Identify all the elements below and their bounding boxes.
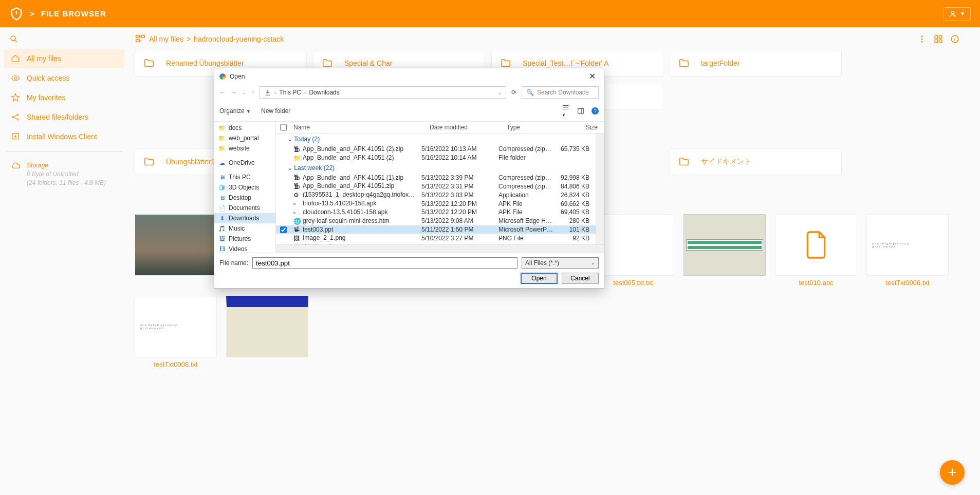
folder-tile[interactable]: サイドキメント	[670, 148, 842, 175]
row-checkbox[interactable]	[280, 226, 287, 233]
sidebar-item-install[interactable]: Install Windows Client	[4, 127, 124, 146]
row-size: 92,998 KB	[557, 174, 596, 181]
folder-icon: 📁	[293, 155, 301, 162]
file-card[interactable]	[226, 296, 308, 368]
path-chev: ›	[304, 90, 306, 96]
caret-down-icon: ▼	[960, 11, 965, 16]
col-check[interactable]	[276, 124, 290, 131]
row-date: 5/11/2022 1:50 PM	[418, 226, 495, 233]
file-card[interactable]	[135, 214, 217, 287]
row-size: 92 KB	[557, 235, 596, 242]
grid-view-icon[interactable]	[934, 34, 943, 44]
svg-rect-7	[136, 35, 139, 38]
tree-item[interactable]: ☁OneDrive	[214, 158, 275, 168]
preview-pane-icon[interactable]	[577, 107, 584, 115]
list-hscroll[interactable]	[276, 244, 604, 253]
tree-item[interactable]: ⬇Downloads	[214, 213, 275, 223]
tree-item[interactable]: 🎞Videos	[214, 244, 275, 253]
file-name-input[interactable]	[252, 257, 517, 269]
nav-recent-icon[interactable]: ⌄	[242, 90, 246, 95]
list-row[interactable]: 🗜App_Bundle_and_APK 41051 (2).zip5/16/20…	[276, 145, 596, 154]
nav-fwd-icon[interactable]: →	[231, 89, 237, 96]
svg-point-3	[12, 117, 14, 118]
list-row[interactable]: 🌐grey-leaf-sequin-mini-dress.htm5/13/202…	[276, 217, 596, 225]
dialog-title: Open	[230, 73, 245, 80]
sidebar-item-star[interactable]: My favorites	[4, 88, 124, 107]
list-row[interactable]: ▫cloudconn-13.5.41051-158.apk5/13/2022 1…	[276, 208, 596, 217]
help-icon[interactable]: ?	[591, 107, 599, 115]
sidebar-search[interactable]	[4, 34, 124, 49]
view-mode-icon[interactable]: ▼	[562, 104, 570, 118]
col-name[interactable]: Name	[290, 124, 427, 131]
tree-item[interactable]: 📁web_portal	[214, 133, 275, 143]
list-group-header[interactable]: Today (2)	[276, 134, 596, 145]
ppt-icon: 📽	[293, 226, 301, 233]
sidebar-item-label: Install Windows Client	[27, 132, 97, 141]
select-all-checkbox[interactable]	[280, 124, 287, 131]
dialog-close-button[interactable]: ✕	[586, 71, 599, 81]
file-card[interactable]: test010.abc	[775, 214, 857, 287]
breadcrumb-root[interactable]: All my files	[149, 35, 183, 43]
img-icon: 🖼	[293, 235, 301, 242]
tree-item[interactable]: 📁docs	[214, 123, 275, 133]
info-icon[interactable]	[950, 34, 959, 44]
user-menu-button[interactable]: ▼	[943, 7, 971, 21]
tree-item[interactable]: 🖥This PC	[214, 172, 275, 182]
list-scrollbar[interactable]	[596, 134, 604, 244]
list-row[interactable]: ⚙(15395531_1_desktop-q4ga2gq.triofox.io_…	[276, 191, 596, 199]
col-date[interactable]: Date modified	[427, 124, 504, 131]
file-card[interactable]: a b c d e f g h i j k l m n o pq r s t u…	[135, 296, 217, 368]
list-row[interactable]: 🗜App_Bundle_and_APK 41051.zip5/13/2022 3…	[276, 182, 596, 191]
download-icon: ⬇	[218, 215, 226, 222]
path-dropdown-icon[interactable]: ⌄	[497, 90, 502, 96]
add-fab[interactable]: +	[940, 460, 965, 485]
organize-button[interactable]: Organize ▼	[219, 107, 251, 115]
exe-icon: ⚙	[293, 192, 301, 199]
sidebar-item-eye[interactable]: Quick access	[4, 68, 124, 88]
tree-item[interactable]: 🎵Music	[214, 223, 275, 234]
open-button[interactable]: Open	[521, 273, 558, 284]
folder-icon	[499, 58, 512, 69]
folder-icon: 📁	[218, 145, 226, 152]
col-type[interactable]: Type	[504, 124, 565, 131]
row-name: App_Bundle_and_APK 41051 (1).zip	[303, 174, 403, 181]
new-folder-button[interactable]: New folder	[261, 107, 290, 115]
list-group-header[interactable]: Last week (22)	[276, 162, 596, 174]
path-seg-1[interactable]: Downloads	[309, 89, 339, 96]
search-icon: 🔍	[526, 89, 534, 96]
list-row[interactable]: 📁App_Bundle_and_APK 41051 (2)5/16/2022 1…	[276, 154, 596, 162]
col-size[interactable]: Size	[565, 124, 604, 131]
nav-path[interactable]: › This PC › Downloads ⌄	[260, 86, 506, 99]
folder-icon: 📁	[218, 135, 226, 142]
header-title: FILE BROWSER	[41, 9, 106, 18]
sidebar-item-share[interactable]: Shared files/folders	[4, 107, 124, 127]
breadcrumb-current[interactable]: hadroncloud-yuening-cstack	[194, 35, 284, 43]
sidebar-item-home[interactable]: All my files	[4, 49, 124, 68]
file-card[interactable]: a b c d e f g h i j k l m n o pq r s t u…	[866, 214, 949, 287]
nav-search[interactable]: 🔍 Search Downloads	[522, 86, 599, 99]
path-seg-0[interactable]: This PC	[279, 89, 301, 96]
tree-item[interactable]: 🖥Desktop	[214, 193, 275, 203]
more-icon[interactable]	[917, 34, 927, 44]
file-card[interactable]: test005.txt.txt	[592, 214, 674, 287]
list-row[interactable]: ▫triofox-13.5.41020-158.apk5/13/2022 12:…	[276, 199, 596, 208]
row-date: 5/10/2022 3:27 PM	[418, 235, 495, 242]
folder-tile[interactable]: targetFolder	[670, 50, 842, 77]
tree-item[interactable]: 📄Documents	[214, 203, 275, 213]
list-row[interactable]: 🖼Image_2_1.png5/10/2022 3:27 PMPNG File9…	[276, 234, 596, 242]
nav-refresh-icon[interactable]: ⟳	[511, 89, 516, 96]
list-row[interactable]: 📽test003.ppt5/11/2022 1:50 PMMicrosoft P…	[276, 225, 596, 234]
tree-item[interactable]: 🖼Pictures	[214, 234, 275, 244]
tree-item[interactable]: 🧊3D Objects	[214, 182, 275, 193]
row-type: Microsoft PowerPoint 9…	[495, 226, 557, 233]
dialog-toolbar: Organize ▼ New folder ▼ ?	[214, 101, 604, 121]
dialog-tree[interactable]: 📁docs📁web_portal📁website☁OneDrive🖥This P…	[214, 122, 276, 253]
cancel-button[interactable]: Cancel	[562, 273, 599, 284]
nav-back-icon[interactable]: ←	[219, 89, 226, 96]
tree-item[interactable]: 📁website	[214, 143, 275, 154]
nav-up-icon[interactable]: ↑	[251, 89, 254, 96]
list-row[interactable]: 🗜App_Bundle_and_APK 41051 (1).zip5/13/20…	[276, 174, 596, 182]
list-body[interactable]: Today (2)🗜App_Bundle_and_APK 41051 (2).z…	[276, 134, 596, 244]
file-type-select[interactable]: All Files (*.*) ⌄	[522, 257, 599, 269]
file-card[interactable]	[683, 214, 766, 287]
